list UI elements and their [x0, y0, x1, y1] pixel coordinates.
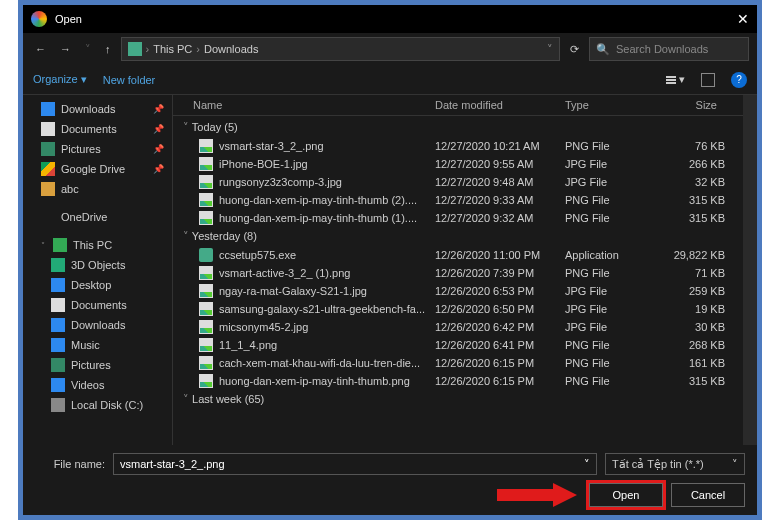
chevron-right-icon: › — [146, 43, 150, 55]
open-dialog: Open ✕ ← → ˅ ↑ › This PC › Downloads ˅ ⟳… — [23, 5, 757, 515]
dsk2-icon — [51, 398, 65, 412]
vid-icon — [51, 378, 65, 392]
obj-icon — [51, 258, 65, 272]
search-icon: 🔍 — [596, 43, 610, 56]
col-size[interactable]: Size — [655, 99, 735, 111]
highlight-arrow — [497, 483, 577, 507]
filename-input[interactable]: vsmart-star-3_2_.png ˅ — [113, 453, 597, 475]
recent-dropdown[interactable]: ˅ — [81, 41, 95, 58]
titlebar: Open ✕ — [23, 5, 757, 33]
refresh-button[interactable]: ⟳ — [566, 39, 583, 60]
file-area: Name Date modified Type Size ˅ Today (5)… — [173, 95, 743, 445]
preview-button[interactable] — [701, 73, 715, 87]
file-row[interactable]: micsonym45-2.jpg12/26/2020 6:42 PMJPG Fi… — [173, 318, 743, 336]
file-icon — [199, 266, 213, 280]
chevron-down-icon[interactable]: ˅ — [732, 458, 738, 471]
dsk-icon — [51, 278, 65, 292]
file-row[interactable]: rungsonyz3z3comp-3.jpg12/27/2020 9:48 AM… — [173, 173, 743, 191]
pin-icon: 📌 — [153, 164, 164, 174]
file-icon — [199, 157, 213, 171]
group-header[interactable]: ˅ Last week (65) — [173, 390, 743, 409]
mus-icon — [51, 338, 65, 352]
chevron-down-icon[interactable]: ˅ — [584, 458, 590, 471]
file-row[interactable]: vsmart-star-3_2_.png12/27/2020 10:21 AMP… — [173, 137, 743, 155]
file-icon — [199, 175, 213, 189]
sidebar-item[interactable]: Local Disk (C:) — [23, 395, 172, 415]
file-row[interactable]: huong-dan-xem-ip-may-tinh-thumb (2)....1… — [173, 191, 743, 209]
file-row[interactable]: cach-xem-mat-khau-wifi-da-luu-tren-die..… — [173, 354, 743, 372]
breadcrumb-item[interactable]: This PC — [153, 43, 192, 55]
col-name[interactable]: Name — [193, 99, 435, 111]
search-input[interactable]: 🔍 Search Downloads — [589, 37, 749, 61]
sidebar-item[interactable]: Downloads — [23, 315, 172, 335]
sidebar-item[interactable]: Pictures📌 — [23, 139, 172, 159]
forward-button[interactable]: → — [56, 41, 75, 57]
footer: File name: vsmart-star-3_2_.png ˅ Tất cả… — [23, 445, 757, 515]
file-row[interactable]: 11_1_4.png12/26/2020 6:41 PMPNG File268 … — [173, 336, 743, 354]
fld-icon — [41, 182, 55, 196]
sidebar-item[interactable]: ˅This PC — [23, 235, 172, 255]
chevron-down-icon[interactable]: ˅ — [547, 43, 553, 56]
file-row[interactable]: samsung-galaxy-s21-ultra-geekbench-fa...… — [173, 300, 743, 318]
group-header[interactable]: ˅ Yesterday (8) — [173, 227, 743, 246]
pin-icon: 📌 — [153, 124, 164, 134]
breadcrumb-item[interactable]: Downloads — [204, 43, 258, 55]
sidebar-item[interactable]: 3D Objects — [23, 255, 172, 275]
file-icon — [199, 211, 213, 225]
help-icon[interactable]: ? — [731, 72, 747, 88]
col-type[interactable]: Type — [565, 99, 655, 111]
file-icon — [199, 248, 213, 262]
sidebar: Downloads📌Documents📌Pictures📌Google Driv… — [23, 95, 173, 445]
sidebar-item[interactable]: Music — [23, 335, 172, 355]
organize-button[interactable]: Organize ▾ — [33, 73, 87, 86]
chrome-icon — [31, 11, 47, 27]
file-icon — [199, 356, 213, 370]
pin-icon: 📌 — [153, 104, 164, 114]
chevron-right-icon: › — [196, 43, 200, 55]
newfolder-button[interactable]: New folder — [103, 74, 156, 86]
file-row[interactable]: huong-dan-xem-ip-may-tinh-thumb (1)....1… — [173, 209, 743, 227]
back-button[interactable]: ← — [31, 41, 50, 57]
cancel-button[interactable]: Cancel — [671, 483, 745, 507]
sidebar-item[interactable]: Downloads📌 — [23, 99, 172, 119]
dl-icon — [41, 102, 55, 116]
group-header[interactable]: ˅ Today (5) — [173, 118, 743, 137]
sidebar-item[interactable]: Desktop — [23, 275, 172, 295]
toolbar: Organize ▾ New folder ▾ ? — [23, 65, 757, 95]
sidebar-item[interactable]: abc — [23, 179, 172, 199]
search-placeholder: Search Downloads — [616, 43, 708, 55]
column-header: Name Date modified Type Size — [173, 95, 743, 116]
file-icon — [199, 193, 213, 207]
view-button[interactable]: ▾ — [666, 73, 685, 86]
sidebar-item[interactable]: Google Drive📌 — [23, 159, 172, 179]
breadcrumb[interactable]: › This PC › Downloads ˅ — [121, 37, 561, 61]
file-icon — [199, 284, 213, 298]
file-icon — [199, 139, 213, 153]
sidebar-item[interactable]: Documents📌 — [23, 119, 172, 139]
file-row[interactable]: huong-dan-xem-ip-may-tinh-thumb.png12/26… — [173, 372, 743, 390]
file-row[interactable]: iPhone-BOE-1.jpg12/27/2020 9:55 AMJPG Fi… — [173, 155, 743, 173]
file-icon — [199, 320, 213, 334]
file-row[interactable]: vsmart-active-3_2_ (1).png12/26/2020 7:3… — [173, 264, 743, 282]
file-row[interactable]: ngay-ra-mat-Galaxy-S21-1.jpg12/26/2020 6… — [173, 282, 743, 300]
open-button[interactable]: Open — [589, 483, 663, 507]
col-date[interactable]: Date modified — [435, 99, 565, 111]
up-button[interactable]: ↑ — [101, 41, 115, 57]
sidebar-item[interactable]: OneDrive — [23, 207, 172, 227]
file-row[interactable]: ccsetup575.exe12/26/2020 11:00 PMApplica… — [173, 246, 743, 264]
pin-icon: 📌 — [153, 144, 164, 154]
dl-icon — [51, 318, 65, 332]
filename-label: File name: — [35, 458, 105, 470]
file-icon — [199, 374, 213, 388]
folder-icon — [128, 42, 142, 56]
scrollbar[interactable] — [743, 95, 757, 445]
gd-icon — [41, 162, 55, 176]
pic-icon — [41, 142, 55, 156]
close-icon[interactable]: ✕ — [737, 11, 749, 27]
filetype-filter[interactable]: Tất cả Tệp tin (*.*) ˅ — [605, 453, 745, 475]
dialog-title: Open — [55, 13, 737, 25]
sidebar-item[interactable]: Videos — [23, 375, 172, 395]
doc-icon — [41, 122, 55, 136]
sidebar-item[interactable]: Documents — [23, 295, 172, 315]
sidebar-item[interactable]: Pictures — [23, 355, 172, 375]
